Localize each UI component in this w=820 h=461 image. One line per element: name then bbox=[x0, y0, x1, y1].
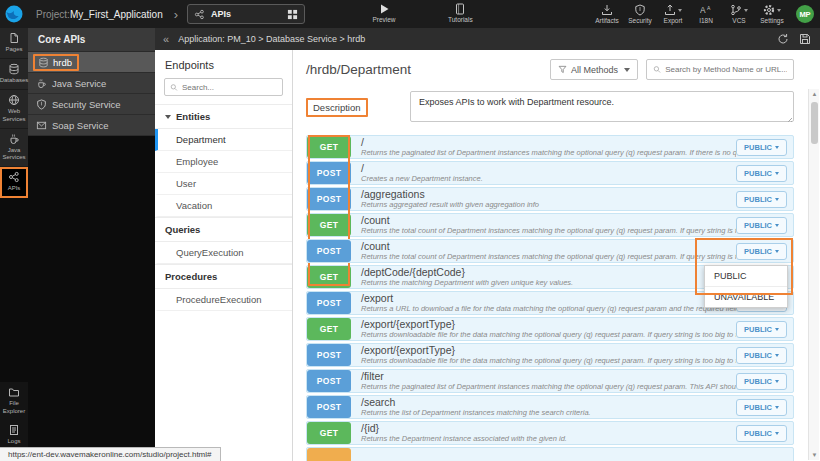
chevron-down-icon bbox=[775, 172, 779, 175]
api-row-get--id-[interactable]: GET/{id}Returns the Department instance … bbox=[306, 421, 794, 445]
description-textarea[interactable]: Exposes APIs to work with Department res… bbox=[410, 91, 794, 122]
api-row-get--export-exporttype-[interactable]: GET/export/{exportType}Returns downloada… bbox=[306, 317, 794, 341]
rail-item-apis[interactable]: APIs bbox=[0, 167, 28, 198]
access-dropdown-button[interactable]: PUBLIC bbox=[736, 399, 787, 416]
endpoint-item-employee[interactable]: Employee bbox=[155, 151, 292, 173]
core-apis-panel: Core APIs hrdbJava ServiceSecurity Servi… bbox=[28, 28, 155, 461]
api-row-get--count[interactable]: GET/countReturns the total count of Depa… bbox=[306, 213, 794, 237]
left-rail: PagesDatabasesWeb ServicesJava ServicesA… bbox=[0, 28, 28, 461]
method-search-input[interactable] bbox=[665, 65, 787, 74]
access-dropdown-button[interactable]: PUBLIC bbox=[736, 165, 787, 182]
access-dropdown-button[interactable]: PUBLIC bbox=[736, 425, 787, 442]
access-dropdown-button[interactable]: PUBLIC bbox=[736, 217, 787, 234]
api-row-post--filter[interactable]: POST/filterReturns the paginated list of… bbox=[306, 369, 794, 393]
endpoint-path: /search bbox=[361, 397, 736, 408]
grid-icon[interactable] bbox=[287, 9, 298, 20]
rail-item-pages[interactable]: Pages bbox=[0, 28, 28, 59]
left-rail-top: PagesDatabasesWeb ServicesJava ServicesA… bbox=[0, 28, 28, 198]
breadcrumb: Application: PM_10 > Database Service > … bbox=[178, 34, 365, 44]
rail-item-file-explorer[interactable]: File Explorer bbox=[0, 382, 28, 419]
api-row-post--search[interactable]: POST/searchReturns the list of Departmen… bbox=[306, 395, 794, 419]
endpoints-title: Endpoints bbox=[155, 50, 292, 78]
method-badge: GET bbox=[307, 422, 351, 444]
wavemaker-logo-icon bbox=[4, 4, 24, 24]
endpoint-path: /export bbox=[361, 293, 736, 304]
scrollbar-thumb[interactable] bbox=[811, 102, 818, 144]
access-dropdown-button[interactable]: PUBLIC bbox=[736, 373, 787, 390]
endpoint-item-procedureexecution[interactable]: ProcedureExecution bbox=[155, 289, 292, 311]
method-badge: POST bbox=[307, 292, 351, 314]
access-dropdown-button[interactable]: PUBLIC bbox=[736, 243, 787, 260]
core-api-soap-service[interactable]: Soap Service bbox=[28, 115, 155, 136]
preview-button[interactable]: Preview bbox=[372, 3, 396, 23]
endpoints-search[interactable] bbox=[164, 78, 283, 96]
api-row-post--aggregations[interactable]: POST/aggregationsReturns aggregated resu… bbox=[306, 187, 794, 211]
method-badge: GET bbox=[307, 266, 351, 288]
svg-text:A: A bbox=[707, 5, 711, 11]
core-apis-title: Core APIs bbox=[28, 28, 155, 52]
core-api-hrdb[interactable]: hrdb bbox=[28, 52, 155, 73]
search-icon bbox=[653, 65, 661, 74]
method-badge: POST bbox=[307, 344, 351, 366]
endpoints-search-input[interactable] bbox=[182, 83, 277, 92]
settings-button[interactable]: Settings bbox=[760, 4, 784, 24]
chevron-down-icon bbox=[775, 380, 779, 383]
access-dropdown-button[interactable]: PUBLIC bbox=[736, 191, 787, 208]
resize-handle[interactable] bbox=[785, 115, 792, 122]
endpoint-item-queryexecution[interactable]: QueryExecution bbox=[155, 242, 292, 264]
endpoint-item-department[interactable]: Department bbox=[155, 129, 292, 151]
rail-spacer bbox=[0, 198, 28, 382]
filter-funnel-icon bbox=[558, 65, 567, 74]
rail-item-java-services[interactable]: Java Services bbox=[0, 129, 28, 167]
api-row-partial[interactable] bbox=[306, 447, 794, 461]
access-dropdown-button[interactable]: PUBLIC bbox=[736, 321, 787, 338]
api-row-post--export-exporttype-[interactable]: POST/export/{exportType}Returns download… bbox=[306, 343, 794, 367]
endpoint-description: Returns a URL to download a file for the… bbox=[361, 304, 736, 313]
book-icon bbox=[454, 3, 466, 15]
method-badge: GET bbox=[307, 318, 351, 340]
endpoints-section-queries[interactable]: Queries bbox=[155, 217, 292, 242]
api-row-post--[interactable]: POST/Creates a new Department instance.P… bbox=[306, 161, 794, 185]
core-api-security-service[interactable]: Security Service bbox=[28, 94, 155, 115]
endpoint-description: Returns downloadable file for the data m… bbox=[361, 330, 736, 339]
endpoints-section-entities[interactable]: Entities bbox=[155, 104, 292, 129]
user-avatar[interactable]: MP bbox=[796, 5, 814, 23]
scroll-up-icon[interactable]: ▲ bbox=[809, 89, 820, 99]
refresh-icon[interactable] bbox=[777, 33, 789, 45]
rail-item-databases[interactable]: Databases bbox=[0, 59, 28, 90]
top-navbar: Project:My_First_Application › APIs Prev… bbox=[0, 0, 820, 28]
endpoint-item-user[interactable]: User bbox=[155, 173, 292, 195]
api-row-get--[interactable]: GET/Returns the paginated list of Depart… bbox=[306, 135, 794, 159]
endpoints-section-procedures[interactable]: Procedures bbox=[155, 264, 292, 289]
left-rail-bottom: File ExplorerLogs bbox=[0, 382, 28, 450]
export-button[interactable]: Export bbox=[661, 4, 685, 24]
i18n-button[interactable]: AAI18N bbox=[694, 4, 718, 24]
methods-filter-dropdown[interactable]: All Methods bbox=[550, 59, 638, 80]
scroll-down-icon[interactable]: ▼ bbox=[809, 450, 820, 460]
endpoint-description: Creates a new Department instance. bbox=[361, 174, 736, 183]
collapse-panel-icon[interactable]: « bbox=[163, 33, 169, 45]
endpoint-path: /export/{exportType} bbox=[361, 319, 736, 330]
play-icon bbox=[378, 3, 390, 15]
export-icon bbox=[664, 4, 676, 16]
security-button[interactable]: Security bbox=[628, 4, 652, 24]
access-dropdown-button[interactable]: PUBLIC bbox=[736, 347, 787, 364]
access-option-public[interactable]: PUBLIC bbox=[705, 266, 787, 287]
core-api-java-service[interactable]: Java Service bbox=[28, 73, 155, 94]
apis-tab[interactable]: APIs bbox=[187, 4, 305, 24]
endpoint-item-vacation[interactable]: Vacation bbox=[155, 195, 292, 217]
rail-item-web-services[interactable]: Web Services bbox=[0, 90, 28, 128]
vcs-button[interactable]: VCS bbox=[727, 4, 751, 24]
artifacts-button[interactable]: Artifacts bbox=[595, 4, 619, 24]
save-icon[interactable] bbox=[799, 33, 811, 45]
access-option-unavailable[interactable]: UNAVAILABLE bbox=[705, 287, 787, 307]
main-scrollbar[interactable]: ▲ ▼ bbox=[808, 89, 819, 460]
api-row-post--count[interactable]: POST/countReturns the total count of Dep… bbox=[306, 239, 794, 263]
api-row-list: GET/Returns the paginated list of Depart… bbox=[294, 134, 820, 461]
tutorials-button[interactable]: Tutorials bbox=[448, 3, 473, 23]
access-dropdown-button[interactable]: PUBLIC bbox=[736, 139, 787, 156]
endpoints-tree: EntitiesDepartmentEmployeeUserVacationQu… bbox=[155, 104, 292, 311]
db-icon bbox=[8, 63, 20, 75]
rail-item-logs[interactable]: Logs bbox=[0, 420, 28, 450]
method-search[interactable] bbox=[646, 59, 794, 80]
